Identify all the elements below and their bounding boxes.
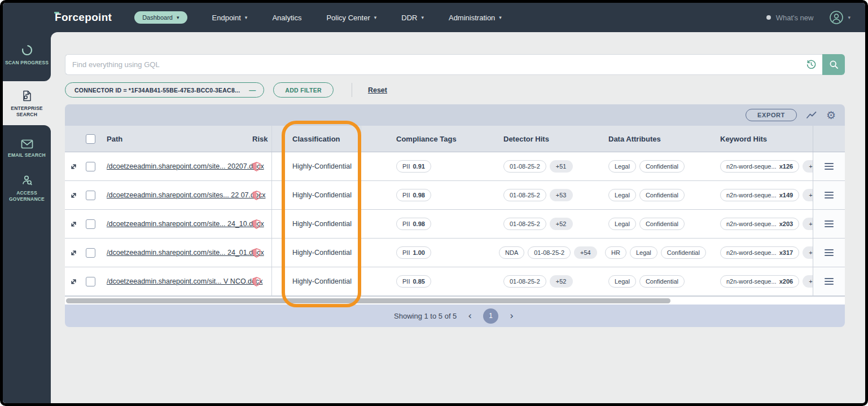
sidebar-item-access-governance[interactable]: ACCESS GOVERNANCE bbox=[3, 169, 51, 208]
compliance-tag-pill: PII0.98 bbox=[396, 189, 431, 201]
row-checkbox[interactable] bbox=[86, 191, 95, 200]
attribute-tag-pill: Confidential bbox=[639, 189, 685, 201]
expand-row-button[interactable] bbox=[69, 191, 78, 200]
search-button[interactable] bbox=[822, 54, 845, 75]
path-link[interactable]: /dcoetzeeadmin.sharepoint.com/site... 20… bbox=[107, 162, 264, 170]
gear-icon[interactable]: ⚙ bbox=[826, 110, 836, 121]
risk-shield-icon bbox=[252, 162, 261, 171]
search-input[interactable] bbox=[65, 54, 822, 75]
access-governance-icon bbox=[21, 174, 33, 187]
detector-more-pill[interactable]: +51 bbox=[550, 160, 573, 173]
classification-value: Highly-Confidential bbox=[292, 191, 352, 199]
caret-down-icon: ▾ bbox=[421, 15, 424, 20]
remove-filter-icon[interactable]: — bbox=[249, 86, 256, 94]
column-header-keyword-hits[interactable]: Keyword Hits bbox=[694, 126, 813, 152]
sidebar-block-top: SCAN PROGRESS bbox=[3, 32, 51, 81]
detector-more-pill[interactable]: +52 bbox=[550, 218, 573, 230]
column-header-risk[interactable]: Risk bbox=[246, 126, 271, 152]
expand-row-button[interactable] bbox=[69, 277, 78, 286]
attribute-tag-pill: Confidential bbox=[639, 160, 685, 173]
top-nav: Forcepoint Dashboard ▾ Endpoint ▾ Analyt… bbox=[3, 3, 865, 32]
main-content: CONNECTOR ID = *1F34AB41-55BE-47E3-BCC0-… bbox=[51, 32, 865, 403]
select-all-checkbox[interactable] bbox=[86, 134, 95, 144]
row-checkbox[interactable] bbox=[86, 248, 95, 258]
detector-more-pill[interactable]: +52 bbox=[550, 275, 573, 288]
expand-row-button[interactable] bbox=[69, 249, 78, 257]
detector-tag-pill: 01-08-25-2 bbox=[528, 246, 571, 259]
row-menu-button[interactable] bbox=[825, 249, 834, 256]
keyword-hit-pill: n2n-word-seque...x126 bbox=[720, 160, 799, 173]
risk-shield-icon bbox=[252, 191, 261, 200]
pagination-bar: Showing 1 to 5 of 5 ‹ 1 › bbox=[65, 304, 845, 327]
column-header-classification[interactable]: Classification bbox=[271, 126, 361, 152]
sidebar-item-label: ACCESS GOVERNANCE bbox=[5, 190, 49, 202]
forcepoint-logo: Forcepoint bbox=[55, 11, 112, 24]
row-menu-button[interactable] bbox=[825, 163, 834, 170]
attribute-tag-pill: Confidential bbox=[639, 218, 685, 230]
add-filter-button[interactable]: ADD FILTER bbox=[273, 82, 334, 98]
column-header-path[interactable]: Path bbox=[99, 126, 246, 152]
nav-item-dashboard[interactable]: Dashboard ▾ bbox=[134, 11, 187, 24]
sidebar-item-scan-progress[interactable]: SCAN PROGRESS bbox=[3, 39, 51, 71]
trend-chart-icon[interactable] bbox=[806, 111, 817, 120]
column-header-detector-hits[interactable]: Detector Hits bbox=[468, 126, 587, 152]
path-link[interactable]: /dcoetzeeadmin.sharepoint.com/sites... 2… bbox=[107, 191, 265, 199]
classification-value: Highly-Confidential bbox=[292, 220, 352, 228]
whats-new-link[interactable]: What's new bbox=[766, 14, 814, 22]
nav-item-endpoint[interactable]: Endpoint ▾ bbox=[212, 14, 248, 22]
attribute-tag-pill: HR bbox=[605, 246, 626, 259]
attribute-tag-pill: Legal bbox=[608, 275, 636, 288]
classification-value: Highly-Confidential bbox=[292, 249, 352, 257]
notification-dot-icon bbox=[766, 15, 771, 20]
nav-label: Policy Center bbox=[326, 14, 370, 22]
path-link[interactable]: /dcoetzeeadmin.sharepoint.com/site... 24… bbox=[107, 220, 264, 228]
compliance-tag-pill: PII1.00 bbox=[396, 246, 431, 259]
nav-label: Analytics bbox=[272, 14, 301, 22]
compliance-tag-pill: PII0.98 bbox=[396, 218, 431, 230]
app-window: Forcepoint Dashboard ▾ Endpoint ▾ Analyt… bbox=[0, 0, 868, 406]
risk-shield-icon bbox=[252, 248, 261, 258]
nav-item-ddr[interactable]: DDR ▾ bbox=[401, 14, 424, 22]
path-link[interactable]: /dcoetzeeadmin.sharepoint.com/site... 24… bbox=[107, 249, 264, 257]
table-row: /dcoetzeeadmin.sharepoint.com/sit... V N… bbox=[65, 267, 845, 296]
column-header-data-attributes[interactable]: Data Attributes bbox=[587, 126, 694, 152]
search-icon bbox=[829, 60, 839, 69]
nav-item-analytics[interactable]: Analytics bbox=[272, 14, 301, 22]
row-menu-button[interactable] bbox=[825, 220, 834, 227]
reset-filters-link[interactable]: Reset bbox=[368, 86, 387, 94]
connector-id-filter-chip[interactable]: CONNECTOR ID = *1F34AB41-55BE-47E3-BCC0-… bbox=[65, 82, 264, 98]
sidebar-item-enterprise-search[interactable]: ENTERPRISE SEARCH bbox=[3, 81, 51, 125]
pagination-summary: Showing 1 to 5 of 5 bbox=[394, 312, 457, 320]
path-link[interactable]: /dcoetzeeadmin.sharepoint.com/sit... V N… bbox=[107, 277, 263, 285]
sidebar-item-email-search[interactable]: EMAIL SEARCH bbox=[3, 134, 51, 164]
detector-more-pill[interactable]: +53 bbox=[550, 189, 573, 201]
row-checkbox[interactable] bbox=[86, 219, 95, 229]
user-menu[interactable]: ▾ bbox=[829, 10, 851, 25]
nav-item-administration[interactable]: Administration ▾ bbox=[449, 14, 502, 22]
expand-row-button[interactable] bbox=[69, 162, 78, 171]
table-header-row: Path Risk Classification Compliance Tags… bbox=[65, 126, 845, 152]
next-page-button[interactable]: › bbox=[507, 310, 516, 321]
table-row: /dcoetzeeadmin.sharepoint.com/site... 24… bbox=[65, 239, 845, 267]
email-icon bbox=[21, 139, 33, 149]
row-checkbox[interactable] bbox=[86, 162, 95, 171]
keyword-hit-pill: n2n-word-seque...x317 bbox=[720, 246, 799, 259]
whats-new-label: What's new bbox=[776, 14, 814, 22]
risk-shield-icon bbox=[252, 277, 261, 286]
horizontal-scrollbar-thumb[interactable] bbox=[66, 298, 670, 303]
export-button[interactable]: EXPORT bbox=[746, 109, 797, 121]
row-checkbox[interactable] bbox=[86, 277, 95, 286]
column-header-compliance-tags[interactable]: Compliance Tags bbox=[361, 126, 468, 152]
caret-down-icon: ▾ bbox=[374, 15, 377, 20]
filter-chip-label: CONNECTOR ID = *1F34AB41-55BE-47E3-BCC0-… bbox=[74, 87, 240, 94]
expand-row-button[interactable] bbox=[69, 220, 78, 228]
row-menu-button[interactable] bbox=[825, 192, 834, 198]
page-number-button[interactable]: 1 bbox=[483, 308, 498, 324]
prev-page-button[interactable]: ‹ bbox=[466, 310, 474, 321]
gql-search-bar bbox=[65, 54, 845, 75]
nav-label: Dashboard bbox=[142, 14, 173, 21]
risk-shield-icon bbox=[252, 219, 261, 229]
nav-item-policy-center[interactable]: Policy Center ▾ bbox=[326, 14, 376, 22]
row-menu-button[interactable] bbox=[825, 278, 834, 285]
search-history-icon[interactable] bbox=[806, 59, 817, 70]
